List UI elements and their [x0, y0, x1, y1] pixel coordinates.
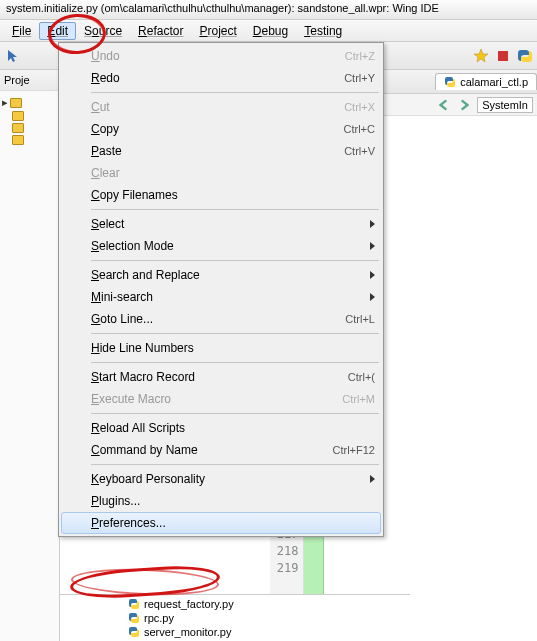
nav-fwd-icon[interactable]	[457, 98, 471, 112]
python-icon	[128, 612, 140, 624]
menu-item-start-macro-record[interactable]: Start Macro RecordCtrl+(	[61, 366, 381, 388]
menu-separator	[91, 333, 379, 334]
symbol-selector[interactable]: SystemIn	[477, 97, 533, 113]
folder-icon	[10, 98, 22, 108]
file-list-item[interactable]: server_monitor.py	[60, 625, 410, 639]
menu-project[interactable]: Project	[191, 22, 244, 40]
line-number: 218	[270, 543, 299, 560]
menu-item-shortcut: Ctrl+V	[344, 145, 375, 157]
file-name: rpc.py	[144, 612, 174, 624]
menu-item-label: Hide Line Numbers	[91, 341, 375, 355]
submenu-arrow-icon	[370, 293, 375, 301]
svg-rect-0	[498, 51, 508, 61]
submenu-arrow-icon	[370, 475, 375, 483]
python-icon	[128, 626, 140, 638]
menu-item-plugins[interactable]: Plugins...	[61, 490, 381, 512]
menu-item-label: Copy Filenames	[91, 188, 375, 202]
menu-separator	[91, 413, 379, 414]
menu-item-command-by-name[interactable]: Command by NameCtrl+F12	[61, 439, 381, 461]
menu-separator	[91, 260, 379, 261]
menu-separator	[91, 209, 379, 210]
menu-item-label: Selection Mode	[91, 239, 370, 253]
menu-item-shortcut: Ctrl+L	[345, 313, 375, 325]
menu-separator	[91, 464, 379, 465]
menu-separator	[91, 92, 379, 93]
menu-item-label: Command by Name	[91, 443, 333, 457]
window-title: system.initialize.py (om\calamari\cthulh…	[6, 2, 439, 14]
python-icon[interactable]	[517, 48, 533, 64]
menu-item-label: Plugins...	[91, 494, 375, 508]
tab-label: calamari_ctl.p	[460, 76, 528, 88]
menu-item-shortcut: Ctrl+X	[344, 101, 375, 113]
menu-item-label: Reload All Scripts	[91, 421, 375, 435]
menu-testing[interactable]: Testing	[296, 22, 350, 40]
menu-item-search-and-replace[interactable]: Search and Replace	[61, 264, 381, 286]
file-list: request_factory.pyrpc.pyserver_monitor.p…	[60, 594, 410, 641]
menu-debug[interactable]: Debug	[245, 22, 296, 40]
folder-icon	[12, 135, 24, 145]
stop-icon[interactable]	[495, 48, 511, 64]
menu-item-label: Preferences...	[91, 516, 375, 530]
menu-item-undo: UndoCtrl+Z	[61, 45, 381, 67]
menu-item-hide-line-numbers[interactable]: Hide Line Numbers	[61, 337, 381, 359]
menu-item-label: Clear	[91, 166, 375, 180]
project-panel-title: Proje	[0, 70, 59, 91]
file-name: request_factory.py	[144, 598, 234, 610]
menu-item-mini-search[interactable]: Mini-search	[61, 286, 381, 308]
menu-item-redo[interactable]: RedoCtrl+Y	[61, 67, 381, 89]
submenu-arrow-icon	[370, 242, 375, 250]
menu-item-shortcut: Ctrl+F12	[333, 444, 376, 456]
submenu-arrow-icon	[370, 220, 375, 228]
menu-item-reload-all-scripts[interactable]: Reload All Scripts	[61, 417, 381, 439]
python-icon	[128, 598, 140, 610]
menu-item-label: Execute Macro	[91, 392, 342, 406]
menu-edit[interactable]: Edit	[39, 22, 76, 40]
menu-item-clear: Clear	[61, 162, 381, 184]
file-list-item[interactable]: request_factory.py	[60, 597, 410, 611]
menu-item-copy[interactable]: CopyCtrl+C	[61, 118, 381, 140]
menu-item-label: Cut	[91, 100, 344, 114]
menu-item-goto-line[interactable]: Goto Line...Ctrl+L	[61, 308, 381, 330]
menu-item-label: Redo	[91, 71, 344, 85]
pointer-icon[interactable]	[6, 48, 22, 64]
menu-item-label: Goto Line...	[91, 312, 345, 326]
project-tree[interactable]: ▸	[0, 91, 59, 150]
menu-item-label: Start Macro Record	[91, 370, 348, 384]
folder-icon	[12, 111, 24, 121]
menu-item-shortcut: Ctrl+(	[348, 371, 375, 383]
menu-item-cut: CutCtrl+X	[61, 96, 381, 118]
edit-menu-dropdown: UndoCtrl+ZRedoCtrl+YCutCtrl+XCopyCtrl+CP…	[58, 42, 384, 537]
file-name: server_monitor.py	[144, 626, 231, 638]
python-icon	[444, 76, 456, 88]
menu-item-label: Select	[91, 217, 370, 231]
menu-item-shortcut: Ctrl+M	[342, 393, 375, 405]
menu-separator	[91, 362, 379, 363]
menu-item-label: Mini-search	[91, 290, 370, 304]
star-icon[interactable]	[473, 48, 489, 64]
menu-item-keyboard-personality[interactable]: Keyboard Personality	[61, 468, 381, 490]
editor-tab[interactable]: calamari_ctl.p	[435, 73, 537, 90]
menu-file[interactable]: File	[4, 22, 39, 40]
menu-item-shortcut: Ctrl+Y	[344, 72, 375, 84]
menu-item-paste[interactable]: PasteCtrl+V	[61, 140, 381, 162]
nav-back-icon[interactable]	[437, 98, 451, 112]
menubar: FileEditSourceRefactorProjectDebugTestin…	[0, 20, 537, 42]
menu-item-shortcut: Ctrl+Z	[345, 50, 375, 62]
line-number: 219	[270, 560, 299, 577]
menu-item-select[interactable]: Select	[61, 213, 381, 235]
menu-source[interactable]: Source	[76, 22, 130, 40]
menu-item-shortcut: Ctrl+C	[344, 123, 375, 135]
menu-item-label: Undo	[91, 49, 345, 63]
menu-refactor[interactable]: Refactor	[130, 22, 191, 40]
menu-item-label: Search and Replace	[91, 268, 370, 282]
submenu-arrow-icon	[370, 271, 375, 279]
folder-icon	[12, 123, 24, 133]
menu-item-execute-macro: Execute MacroCtrl+M	[61, 388, 381, 410]
menu-item-selection-mode[interactable]: Selection Mode	[61, 235, 381, 257]
project-panel: Proje ▸	[0, 70, 60, 641]
menu-item-preferences[interactable]: Preferences...	[61, 512, 381, 534]
menu-item-copy-filenames[interactable]: Copy Filenames	[61, 184, 381, 206]
window-titlebar: system.initialize.py (om\calamari\cthulh…	[0, 0, 537, 20]
menu-item-label: Paste	[91, 144, 344, 158]
file-list-item[interactable]: rpc.py	[60, 611, 410, 625]
